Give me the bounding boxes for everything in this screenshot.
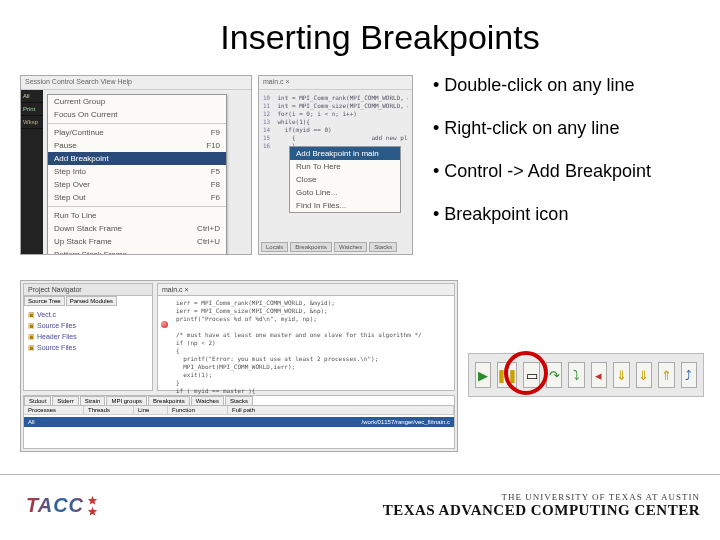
- context-menu: Add Breakpoint in main Run To Here Close…: [289, 146, 401, 213]
- folder-icon: ▣: [28, 322, 35, 329]
- context-item[interactable]: Find In Files...: [290, 199, 400, 212]
- menu-item[interactable]: Step OutF6: [48, 191, 226, 204]
- bullet-item: Breakpoint icon: [433, 204, 710, 225]
- folder-icon: ▣: [28, 344, 35, 351]
- menu-item[interactable]: Bottom Stack Frame: [48, 248, 226, 255]
- tab[interactable]: MPI groups: [106, 396, 147, 405]
- side-tab: All: [21, 90, 43, 103]
- debugger-main-screenshot: Project Navigator Source Tree Parsed Mod…: [20, 280, 458, 452]
- column-header: Full path: [228, 406, 454, 414]
- context-item[interactable]: Goto Line...: [290, 186, 400, 199]
- table-header: Processes Threads Line Function Full pat…: [24, 406, 454, 415]
- menu-item[interactable]: Current Group: [48, 95, 226, 108]
- column-header: Function: [168, 406, 228, 414]
- up-icon[interactable]: ⇑: [658, 362, 674, 388]
- tab[interactable]: Stdout: [24, 396, 51, 405]
- file-icon: ▣: [28, 311, 35, 318]
- column-header: Threads: [84, 406, 134, 414]
- control-menu: Current Group Focus On Current Play/Cont…: [47, 94, 227, 255]
- row-label: All: [28, 419, 35, 425]
- down2-icon[interactable]: ⇓: [636, 362, 652, 388]
- side-tab: Print: [21, 103, 43, 116]
- breakpoint-row[interactable]: All /work/01157/ranger/vec_fl/main.c: [24, 417, 454, 427]
- folder-icon: ▣: [28, 333, 35, 340]
- slide-title: Inserting Breakpoints: [40, 18, 720, 57]
- step-into-icon[interactable]: ⤵: [568, 362, 584, 388]
- file-tree: ▣Vect.c ▣Source Files ▣Header Files ▣Sou…: [24, 306, 152, 356]
- tab[interactable]: Locals: [261, 242, 288, 252]
- footer-right: THE UNIVERSITY OF TEXAS AT AUSTIN TEXAS …: [383, 492, 700, 519]
- breakpoint-toolbar-icon[interactable]: ▭: [523, 362, 539, 388]
- menu-item[interactable]: PauseF10: [48, 139, 226, 152]
- tree-item[interactable]: ▣Header Files: [28, 331, 148, 342]
- tab[interactable]: Watches: [191, 396, 224, 405]
- context-item[interactable]: Run To Here: [290, 160, 400, 173]
- lower-tabs: Stdout Stderr Strain MPI groups Breakpoi…: [24, 396, 454, 406]
- tab[interactable]: Watches: [334, 242, 367, 252]
- menu-item[interactable]: Focus On Current: [48, 108, 226, 121]
- tab[interactable]: Breakpoints: [290, 242, 332, 252]
- university-name: THE UNIVERSITY OF TEXAS AT AUSTIN: [383, 492, 700, 502]
- debugger-control-menu-screenshot: Session Control Search View Help All Pri…: [20, 75, 252, 255]
- menubar: Session Control Search View Help: [21, 76, 251, 90]
- tab[interactable]: Stacks: [369, 242, 397, 252]
- tree-item[interactable]: ▣Vect.c: [28, 309, 148, 320]
- toolbar-screenshot: ▶ ❚❚ ▭ ↷ ⤵ ◂ ⇓ ⇓ ⇑ ⤴: [468, 353, 704, 397]
- menu-item-add-breakpoint[interactable]: Add Breakpoint: [48, 152, 226, 165]
- row-path: /work/01157/ranger/vec_fl/main.c: [362, 419, 450, 425]
- menu-item[interactable]: Step IntoF5: [48, 165, 226, 178]
- tab[interactable]: Parsed Modules: [66, 296, 117, 306]
- menu-item[interactable]: Play/ContinueF9: [48, 126, 226, 139]
- column-header: Processes: [24, 406, 84, 414]
- tab[interactable]: Breakpoints: [148, 396, 190, 405]
- code-editor: main.c × ierr = MPI_Comm_rank(MPI_COMM_W…: [157, 283, 455, 391]
- tree-item[interactable]: ▣Source Files: [28, 342, 148, 353]
- code-tab: main.c ×: [158, 284, 454, 296]
- code-context-menu-screenshot: main.c × 10 int = MPI_Comm_rank(MPI_COMM…: [258, 75, 413, 255]
- step-over-icon[interactable]: ↷: [546, 362, 562, 388]
- bullet-item: Right-click on any line: [433, 118, 710, 139]
- proj-tabs: Source Tree Parsed Modules: [24, 296, 152, 306]
- menu-item[interactable]: Run To Line: [48, 209, 226, 222]
- column-header: Line: [134, 406, 168, 414]
- pause-icon[interactable]: ❚❚: [497, 362, 517, 388]
- side-tab: Wksp: [21, 116, 43, 129]
- play-icon[interactable]: ▶: [475, 362, 491, 388]
- breakpoint-icon[interactable]: [161, 321, 168, 328]
- project-navigator: Project Navigator Source Tree Parsed Mod…: [23, 283, 153, 391]
- tacc-logo: TACC★★: [26, 494, 97, 517]
- menu-item[interactable]: Up Stack FrameCtrl+U: [48, 235, 226, 248]
- tree-item[interactable]: ▣Source Files: [28, 320, 148, 331]
- bottom-panel: Stdout Stderr Strain MPI groups Breakpoi…: [23, 395, 455, 449]
- bullet-item: Control -> Add Breakpoint: [433, 161, 710, 182]
- context-item[interactable]: Close: [290, 173, 400, 186]
- context-item-add-breakpoint[interactable]: Add Breakpoint in main: [290, 147, 400, 160]
- tab[interactable]: Strain: [80, 396, 106, 405]
- menu-item[interactable]: Down Stack FrameCtrl+D: [48, 222, 226, 235]
- menu-separator: [48, 123, 226, 124]
- bottom-tabs: Locals Breakpoints Watches Stacks: [261, 242, 397, 252]
- menu-item[interactable]: Step OverF8: [48, 178, 226, 191]
- step-out-icon[interactable]: ◂: [591, 362, 607, 388]
- tab[interactable]: Source Tree: [24, 296, 65, 306]
- code-tab: main.c ×: [259, 76, 412, 90]
- center-name: TEXAS ADVANCED COMPUTING CENTER: [383, 502, 700, 519]
- bullet-item: Double-click on any line: [433, 75, 710, 96]
- out-icon[interactable]: ⤴: [681, 362, 697, 388]
- star-icon: ★★: [88, 495, 97, 517]
- menu-separator: [48, 206, 226, 207]
- tab[interactable]: Stacks: [225, 396, 253, 405]
- bullet-list: Double-click on any line Right-click on …: [419, 75, 710, 255]
- down-icon[interactable]: ⇓: [613, 362, 629, 388]
- logo-text: TACC: [26, 494, 84, 517]
- footer: TACC★★ THE UNIVERSITY OF TEXAS AT AUSTIN…: [0, 474, 720, 528]
- panel-header: Project Navigator: [24, 284, 152, 296]
- side-tabs: All Print Wksp: [21, 90, 43, 254]
- tab[interactable]: Stderr: [52, 396, 78, 405]
